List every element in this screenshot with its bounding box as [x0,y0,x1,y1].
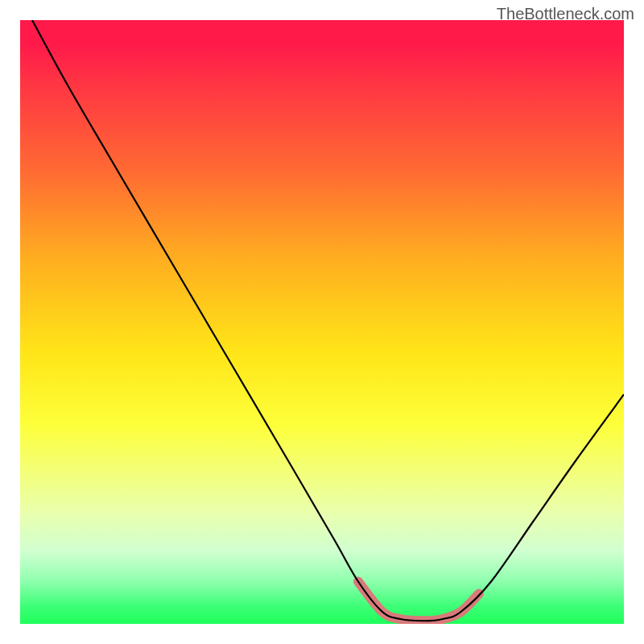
watermark-text: TheBottleneck.com [497,5,634,23]
plot-area [20,20,624,624]
highlight-path [358,582,479,621]
curve-path [32,20,624,621]
chart-svg [20,20,624,624]
